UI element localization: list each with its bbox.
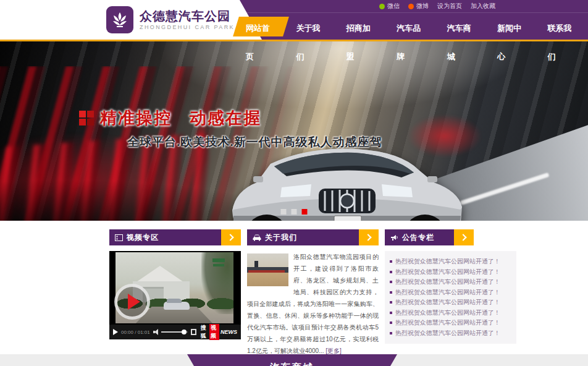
logo-lotus-icon xyxy=(106,6,133,33)
bullet-icon xyxy=(390,332,392,334)
about-more-button[interactable] xyxy=(359,229,379,245)
logo-text: 众德慧汽车公园 ZHONGDEHUI CAR PARK xyxy=(140,9,235,31)
bullet-icon xyxy=(390,312,392,314)
about-panel: 关于我们 洛阳众德慧汽车物流园项目的开工，建设得到了洛阳市政府、洛龙区、城乡规划… xyxy=(247,229,379,357)
notice-text: 热烈祝贺众德慧汽车公园网站开通了！ xyxy=(395,318,500,327)
notice-panel-title: 公告专栏 xyxy=(402,232,434,243)
megaphone-icon xyxy=(390,234,398,241)
car-icon xyxy=(253,234,261,241)
street-sign-art xyxy=(212,258,225,262)
video-more-button[interactable] xyxy=(221,229,241,245)
more-link[interactable]: [更多] xyxy=(326,347,342,354)
nav-item-join[interactable]: 招商加盟 xyxy=(337,14,387,41)
hero-title: 精准操控 动感在握 xyxy=(100,107,261,129)
weibo-label: 微博 xyxy=(416,2,429,11)
red-banner-art xyxy=(248,270,285,273)
nav-item-news[interactable]: 新闻中心 xyxy=(487,14,537,41)
notice-box: 热烈祝贺众德慧汽车公园网站开通了！ 热烈祝贺众德慧汽车公园网站开通了！ 热烈祝贺… xyxy=(385,251,516,344)
hero-subtitle: 全球平台.欧美技术.新一代中高级私人动感座驾 xyxy=(127,134,382,150)
about-panel-header: 关于我们 xyxy=(247,229,379,245)
header: 微信 微博 设为首页 加入收藏 xyxy=(0,0,588,41)
sohu-brand: 搜狐 视频 NEWS xyxy=(201,324,237,340)
wechat-icon xyxy=(379,4,385,9)
notice-text: 热烈祝贺众德慧汽车公园网站开通了！ xyxy=(395,329,500,338)
play-icon xyxy=(128,294,140,310)
about-photo xyxy=(247,253,288,286)
chevron-right-icon xyxy=(227,234,233,240)
bullet-icon xyxy=(390,281,392,283)
video-controls: 00:00 / 01:01 搜狐 视频 NEWS xyxy=(109,325,241,339)
weibo-icon xyxy=(408,4,414,9)
about-panel-title: 关于我们 xyxy=(265,232,297,243)
nav-item-home[interactable]: 网站首页 xyxy=(236,14,286,41)
notice-panel-header: 公告专栏 xyxy=(385,229,516,245)
about-body: 洛阳众德慧汽车物流园项目的开工，建设得到了洛阳市政府、洛龙区、城乡规划局、土地局… xyxy=(247,251,379,357)
notice-item[interactable]: 热烈祝贺众德慧汽车公园网站开通了！ xyxy=(390,287,511,298)
carousel-dots xyxy=(281,209,308,215)
set-home-label: 设为首页 xyxy=(437,2,462,11)
notice-text: 热烈祝贺众德慧汽车公园网站开通了！ xyxy=(395,309,500,317)
video-icon xyxy=(115,234,123,241)
car-art xyxy=(164,302,190,310)
bullet-icon xyxy=(390,321,392,324)
notice-item[interactable]: 热烈祝贺众德慧汽车公园网站开通了！ xyxy=(390,297,511,308)
chevron-right-icon xyxy=(460,234,466,240)
add-favorite-label: 加入收藏 xyxy=(471,2,495,11)
site-name-en: ZHONGDEHUI CAR PARK xyxy=(140,23,235,31)
chevron-right-icon xyxy=(364,234,371,240)
nav-item-mall[interactable]: 汽车商城 xyxy=(437,14,487,41)
bullet-icon xyxy=(390,260,392,263)
volume-icon[interactable] xyxy=(153,329,158,335)
carousel-dot-1[interactable] xyxy=(281,209,287,215)
notice-item[interactable]: 热烈祝贺众德慧汽车公园网站开通了！ xyxy=(390,308,511,318)
red-squares-icon xyxy=(79,111,94,126)
add-favorite-link[interactable]: 加入收藏 xyxy=(471,2,495,11)
notice-text: 热烈祝贺众德慧汽车公园网站开通了！ xyxy=(395,288,500,297)
hero-banner: 精准操控 动感在握 全球平台.欧美技术.新一代中高级私人动感座驾 xyxy=(0,41,588,221)
bullet-icon xyxy=(390,291,392,294)
main-nav: 网站首页 关于我们 招商加盟 汽车品牌 汽车商城 新闻中心 联系我们 xyxy=(236,14,588,41)
notice-item[interactable]: 热烈祝贺众德慧汽车公园网站开通了！ xyxy=(390,257,511,267)
fullscreen-icon[interactable] xyxy=(191,329,196,335)
carousel-dot-2[interactable] xyxy=(292,209,297,215)
news-label: NEWS xyxy=(220,329,237,335)
page: 微信 微博 设为首页 加入收藏 xyxy=(0,0,588,366)
notice-panel: 公告专栏 热烈祝贺众德慧汽车公园网站开通了！ 热烈祝贺众德慧汽车公园网站开通了！… xyxy=(385,229,516,357)
notice-text: 热烈祝贺众德慧汽车公园网站开通了！ xyxy=(395,257,500,266)
notice-item[interactable]: 热烈祝贺众德慧汽车公园网站开通了！ xyxy=(390,267,511,278)
volume-slider[interactable] xyxy=(161,331,188,333)
notice-more-button[interactable] xyxy=(454,229,474,245)
footer-section-title: 汽车商城 xyxy=(187,362,397,366)
nav-item-brands[interactable]: 汽车品牌 xyxy=(387,14,437,41)
content-section: 视频专区 xyxy=(0,221,588,352)
play-control-icon[interactable] xyxy=(113,329,118,335)
notice-item[interactable]: 热烈祝贺众德慧汽车公园网站开通了！ xyxy=(390,318,511,328)
notice-text: 热烈祝贺众德慧汽车公园网站开通了！ xyxy=(395,278,500,286)
video-panel-title: 视频专区 xyxy=(127,232,159,243)
sohu-label: 搜狐 xyxy=(201,324,208,340)
notice-item[interactable]: 热烈祝贺众德慧汽车公园网站开通了！ xyxy=(390,277,511,287)
footer-trapezoid: 汽车商城 xyxy=(187,354,397,366)
site-name: 众德慧汽车公园 xyxy=(140,9,235,23)
nav-item-contact[interactable]: 联系我们 xyxy=(538,14,588,41)
video-time: 00:00 / 01:01 xyxy=(121,330,150,335)
topbar-links: 微信 微博 设为首页 加入收藏 xyxy=(379,0,495,12)
notice-text: 热烈祝贺众德慧汽车公园网站开通了！ xyxy=(395,268,500,276)
video-panel: 视频专区 xyxy=(109,229,241,357)
bullet-icon xyxy=(390,301,392,304)
set-home-link[interactable]: 设为首页 xyxy=(437,2,462,11)
wechat-label: 微信 xyxy=(387,2,400,11)
carousel-dot-3-active[interactable] xyxy=(302,209,308,215)
video-panel-header: 视频专区 xyxy=(109,229,241,245)
logo[interactable]: 众德慧汽车公园 ZHONGDEHUI CAR PARK xyxy=(106,6,235,33)
shipin-label: 视频 xyxy=(209,324,219,340)
video-player[interactable]: 00:00 / 01:01 搜狐 视频 NEWS xyxy=(109,251,241,339)
weibo-link[interactable]: 微博 xyxy=(408,2,429,11)
notice-item[interactable]: 热烈祝贺众德慧汽车公园网站开通了！ xyxy=(390,328,511,339)
notice-list: 热烈祝贺众德慧汽车公园网站开通了！ 热烈祝贺众德慧汽车公园网站开通了！ 热烈祝贺… xyxy=(390,257,511,338)
play-button[interactable] xyxy=(114,284,150,320)
bullet-icon xyxy=(390,271,392,273)
wechat-link[interactable]: 微信 xyxy=(379,2,400,11)
nav-item-about[interactable]: 关于我们 xyxy=(286,14,336,41)
footer-strip: 汽车商城 xyxy=(0,354,588,366)
